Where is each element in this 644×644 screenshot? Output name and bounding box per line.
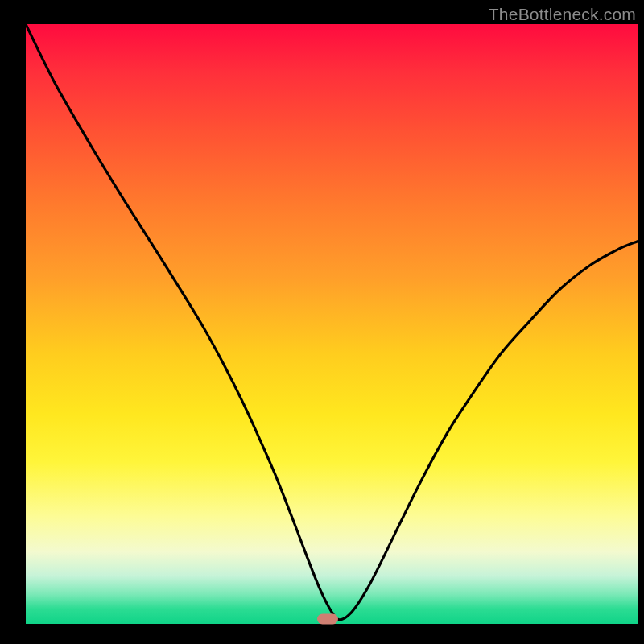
optimal-point-marker — [317, 614, 338, 625]
plot-area — [26, 24, 638, 624]
chart-frame: { "watermark": "TheBottleneck.com", "col… — [0, 0, 644, 644]
bottleneck-curve — [26, 24, 638, 624]
watermark-text: TheBottleneck.com — [489, 5, 636, 24]
